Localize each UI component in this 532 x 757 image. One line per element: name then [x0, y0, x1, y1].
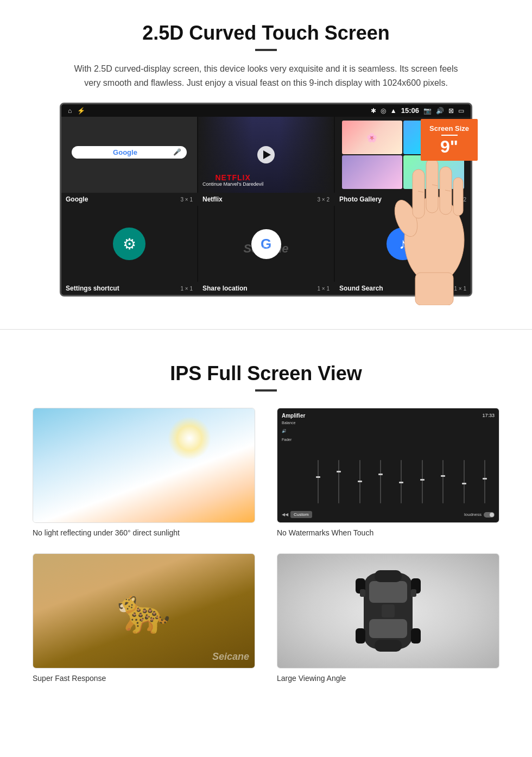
sound-icon-circle: ♪ — [387, 228, 419, 260]
amp-slider-thumb-4 — [378, 474, 383, 475]
section2-title: IPS Full Screen View — [33, 362, 499, 385]
svg-rect-13 — [375, 570, 402, 582]
amp-slider-9[interactable] — [476, 455, 495, 509]
amp-speaker-label: 🔊 — [282, 429, 306, 433]
cheetah-image: 🐆 Seicane — [33, 554, 255, 668]
home-icon: ⌂ — [68, 107, 72, 115]
amp-balance-label: Balance — [282, 421, 306, 425]
netflix-subtitle: Continue Marvel's Daredevil — [202, 181, 263, 187]
viewing-angle-caption: Large Viewing Angle — [277, 674, 499, 683]
amp-slider-track-3 — [359, 460, 360, 503]
loudness-toggle[interactable] — [484, 512, 495, 518]
svg-rect-21 — [411, 589, 416, 597]
gallery-photo-1: 🌸 — [342, 121, 403, 154]
gallery-photo-3 — [342, 155, 403, 189]
netflix-app-cell[interactable]: NETFLIX Continue Marvel's Daredevil — [198, 117, 334, 193]
amp-slider-track-9 — [484, 460, 485, 503]
status-bar: ⌂ ⚡ ✱ ◎ ▲ 15:06 📷 🔊 ⊠ ▭ — [61, 104, 471, 117]
amp-nav-left: ◀◀ — [282, 512, 288, 517]
cheetah-image-box: 🐆 Seicane — [33, 553, 255, 668]
amp-custom-button[interactable]: Custom — [290, 511, 312, 518]
netflix-logo: NETFLIX — [202, 174, 263, 181]
gallery-app-name: Photo Gallery — [339, 195, 382, 203]
screen-size-badge: Screen Size 9" — [421, 119, 478, 161]
amp-sliders-area — [308, 421, 495, 509]
bluetooth-icon: ✱ — [371, 107, 376, 115]
amp-title: Amplifier — [282, 413, 305, 419]
google-app-cell[interactable]: Google 🎤 — [61, 117, 197, 193]
maps-app-cell[interactable]: G — [198, 206, 334, 282]
svg-rect-18 — [411, 628, 421, 644]
amp-slider-5[interactable] — [392, 455, 411, 509]
cheetah-icon: 🐆 — [117, 585, 171, 636]
amplifier-image-box: Amplifier 17:33 Balance 🔊 Fader — [277, 408, 499, 523]
netflix-app-name: Netflix — [202, 195, 223, 203]
svg-rect-17 — [356, 628, 365, 644]
settings-label-cell: Settings shortcut 1 × 1 — [61, 282, 197, 295]
x-box-icon: ⊠ — [448, 107, 454, 115]
google-app-size: 3 × 1 — [180, 197, 193, 203]
google-app-name: Google — [66, 195, 88, 203]
sound-app-name: Sound Search — [339, 285, 383, 292]
gallery-app-size: 2 × 2 — [454, 197, 466, 203]
car-image-box — [277, 553, 499, 668]
status-time: 15:06 — [401, 106, 419, 115]
settings-icon-circle: ⚙ — [113, 228, 145, 260]
play-button[interactable] — [257, 146, 275, 163]
amp-slider-track-2 — [338, 460, 339, 503]
sound-app-cell[interactable]: ♪ — [335, 206, 471, 282]
play-triangle-icon — [263, 150, 271, 159]
google-search-bar[interactable]: Google 🎤 — [72, 146, 187, 159]
app-grid-row2: ⚙ G ♪ Seicane — [61, 206, 471, 282]
amp-time: 17:33 — [482, 413, 495, 419]
usb-icon: ⚡ — [77, 107, 85, 115]
settings-app-name: Settings shortcut — [66, 285, 119, 292]
section-divider-hr — [0, 329, 532, 330]
amp-slider-8[interactable] — [454, 455, 473, 509]
amp-slider-1[interactable] — [308, 455, 327, 509]
curved-touch-section: 2.5D Curved Touch Screen With 2.5D curve… — [0, 0, 532, 313]
car-image — [277, 554, 499, 668]
amp-slider-track-5 — [401, 460, 402, 503]
sun-glow — [168, 417, 211, 460]
svg-rect-20 — [360, 589, 365, 597]
amp-slider-6[interactable] — [413, 455, 432, 509]
car-svg — [345, 562, 432, 660]
speed-caption: Super Fast Response — [33, 674, 255, 683]
feature-viewing-angle: Large Viewing Angle — [277, 553, 499, 683]
sunlight-image — [33, 408, 255, 522]
amp-slider-thumb-7 — [441, 475, 445, 477]
sound-app-size: 1 × 1 — [454, 286, 466, 292]
settings-app-cell[interactable]: ⚙ — [61, 206, 197, 282]
toggle-knob — [490, 513, 494, 517]
amp-slider-4[interactable] — [371, 455, 390, 509]
sunlight-image-box — [33, 408, 255, 523]
app-grid-row1: Google 🎤 NETFLIX — [61, 117, 471, 193]
music-note-icon: ♪ — [399, 235, 407, 253]
google-label-cell: Google 3 × 1 — [61, 193, 197, 206]
mic-icon: 🎤 — [173, 148, 181, 156]
amp-top-bar: Amplifier 17:33 — [282, 413, 495, 419]
amp-loudness-control: loudness — [464, 512, 495, 518]
google-logo: Google — [77, 148, 174, 156]
watermarks-caption: No Watermarks When Touch — [277, 528, 499, 537]
amp-slider-track-8 — [464, 460, 465, 503]
svg-rect-14 — [375, 640, 402, 652]
amp-loudness-label: loudness — [464, 512, 482, 517]
amp-slider-3[interactable] — [350, 455, 369, 509]
camera-icon: 📷 — [423, 107, 432, 115]
purple-photo — [342, 155, 403, 189]
amp-slider-7[interactable] — [434, 455, 453, 509]
amp-slider-track-1 — [318, 460, 319, 503]
netflix-app-size: 3 × 2 — [317, 197, 330, 203]
badge-label: Screen Size — [429, 124, 469, 133]
amp-slider-2[interactable] — [329, 455, 348, 509]
amp-slider-thumb-3 — [358, 481, 362, 482]
google-maps-g-icon: G — [261, 236, 271, 253]
section1-title: 2.5D Curved Touch Screen — [33, 22, 499, 45]
sound-label-cell: Sound Search 1 × 1 — [335, 282, 471, 295]
amp-slider-track-7 — [442, 460, 444, 503]
app-label-row1: Google 3 × 1 Netflix 3 × 2 Photo Gallery… — [61, 193, 471, 206]
device-mockup: Screen Size 9" ⌂ ⚡ ✱ ◎ ▲ 15:06 📷 🔊 ⊠ — [60, 103, 472, 297]
status-bar-left: ⌂ ⚡ — [68, 107, 85, 115]
